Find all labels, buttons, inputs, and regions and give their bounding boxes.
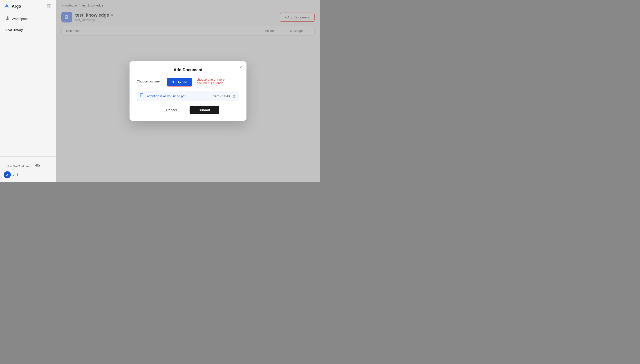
upload-icon: ⬆: [172, 80, 175, 84]
modal-title: Add Document: [137, 68, 239, 72]
sidebar-nav: Workspace: [0, 12, 56, 25]
wechat-icon: [35, 163, 40, 170]
upload-label: Upload: [177, 80, 187, 84]
app-title: Argo: [12, 4, 21, 9]
choose-document-row: Choose document ⬆ Upload choose one or m…: [137, 78, 239, 86]
file-pdf-icon: [140, 93, 144, 99]
svg-rect-1: [49, 5, 51, 8]
sidebar: Argo Workspace Chat History Join: [0, 0, 56, 182]
main-content: Knowledge / test_knowledge test_knowledg…: [56, 0, 320, 182]
choose-doc-label: Choose document: [137, 78, 162, 83]
sidebar-footer: Join WeChat group: Z zml: [0, 156, 56, 182]
chat-history-section: Chat History: [0, 25, 56, 34]
cancel-button[interactable]: Cancel: [157, 106, 186, 114]
user-info: Z zml: [4, 171, 52, 178]
add-document-modal: × Add Document Choose document ⬆ Upload …: [130, 61, 246, 121]
sidebar-workspace-label: Workspace: [12, 17, 29, 21]
submit-button[interactable]: Submit: [190, 106, 219, 114]
choose-doc-right: ⬆ Upload: [167, 78, 192, 86]
sidebar-toggle-button[interactable]: [46, 3, 52, 10]
sidebar-logo: Argo: [4, 3, 21, 10]
workspace-icon: [6, 16, 10, 21]
modal-overlay: × Add Document Choose document ⬆ Upload …: [56, 0, 320, 182]
file-size: size: 2.11MB: [213, 94, 230, 98]
argo-logo-icon: [4, 3, 10, 10]
svg-point-8: [37, 165, 38, 166]
wechat-row: Join WeChat group:: [4, 160, 52, 171]
modal-actions: Cancel Submit: [137, 106, 239, 114]
choose-hint: choose one or more documents at once: [197, 78, 239, 85]
file-name: attention is all you need.pdf: [147, 94, 210, 98]
file-item: attention is all you need.pdf size: 2.11…: [137, 91, 239, 101]
main-inner: Knowledge / test_knowledge test_knowledg…: [56, 0, 320, 182]
modal-close-button[interactable]: ×: [239, 65, 242, 70]
delete-file-icon[interactable]: 🗑: [232, 94, 236, 98]
wechat-label: Join WeChat group:: [7, 164, 33, 168]
svg-rect-0: [47, 5, 49, 8]
avatar: Z: [4, 171, 11, 178]
upload-button[interactable]: ⬆ Upload: [167, 78, 192, 86]
sidebar-header: Argo: [0, 0, 56, 12]
svg-point-6: [36, 164, 38, 166]
user-name: zml: [13, 173, 18, 176]
svg-point-7: [36, 165, 37, 166]
sidebar-item-workspace[interactable]: Workspace: [3, 14, 53, 23]
